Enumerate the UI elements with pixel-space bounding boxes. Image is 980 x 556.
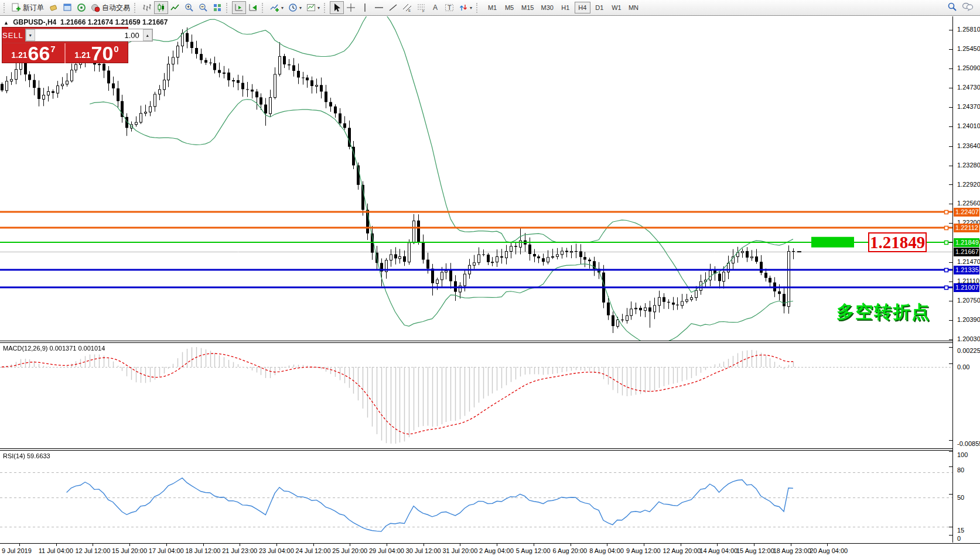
signals-icon [77,3,86,12]
indicator-axis-label: -0.008553 [957,440,980,447]
timeframe-button-m5[interactable]: M5 [501,2,517,13]
chart-title-symbol: GBPUSD-,H4 [13,18,56,26]
chat-icon[interactable] [962,2,974,13]
macd-canvas[interactable] [0,343,952,448]
zoom-in-button[interactable] [182,1,196,14]
indicator-axis-label: 15 [957,527,964,534]
vline-icon [360,3,370,12]
price-axis[interactable]: 1.258101.254501.250901.247301.243701.240… [953,16,980,543]
draw-vline-button[interactable] [358,1,372,14]
time-axis-tick [644,544,644,546]
toolbar-grip[interactable] [226,3,229,13]
chart-bars-button[interactable] [140,1,154,14]
search-icon[interactable] [947,2,957,14]
templates-button[interactable] [304,1,322,14]
rsi-canvas[interactable] [0,451,952,543]
chart-window-button[interactable] [60,1,74,14]
timeframe-button-m30[interactable]: M30 [538,2,556,13]
periods-button[interactable] [286,1,304,14]
cursor-button[interactable] [330,1,344,14]
crosshair-button[interactable] [344,1,358,14]
new-order-button[interactable]: 新订单 [9,1,46,14]
time-axis-label: 24 Jul 12:00 [296,547,331,554]
time-axis-label: 20 Aug 04:00 [810,547,848,554]
draw-trendline-button[interactable] [386,1,400,14]
main-chart-canvas[interactable] [0,16,952,341]
styles-button[interactable] [46,1,60,14]
signals-button[interactable] [74,1,88,14]
pane-separator[interactable] [0,341,980,343]
time-axis-label: 21 Jul 23:00 [222,547,257,554]
price-line-label: 1.21007 [954,283,979,292]
draw-text-button[interactable]: A [428,1,442,14]
price-callout[interactable]: 1.21849 [868,232,927,252]
timeframe-button-h4[interactable]: H4 [575,2,590,13]
draw-label-button[interactable]: T [442,1,456,14]
indicator-axis-label: 0.00 [957,363,969,370]
macd-label: MACD(12,26,9) 0.001371 0.001014 [3,345,105,352]
draw-hline-button[interactable] [372,1,386,14]
draw-channel-button[interactable]: E [400,1,414,14]
tile-windows-button[interactable] [210,1,224,14]
buy-button[interactable]: BUY [155,31,172,40]
arrows-icon [459,3,468,12]
timeframe-button-d1[interactable]: D1 [592,2,607,13]
sell-button[interactable]: SELL [2,31,23,40]
price-tick-label: 1.20750 [957,297,980,304]
price-tick-label: 1.25810 [957,26,980,33]
timeframe-button-m1[interactable]: M1 [484,2,500,13]
trendline-icon [388,3,398,12]
buy-price[interactable]: 1.21 70 0 [66,43,128,63]
draw-fibonacci-button[interactable]: F [414,1,428,14]
annotation-text[interactable]: 多空转折点 [836,300,930,324]
chart-candles-button[interactable] [154,1,168,14]
time-axis[interactable]: 9 Jul 201911 Jul 04:0012 Jul 12:0015 Jul… [0,543,980,556]
price-tick-label: 1.25090 [957,64,980,71]
toolbar-grip[interactable] [324,3,327,13]
volume-up-button[interactable]: ▲ [143,29,152,41]
indicators-button[interactable] [268,1,286,14]
price-callout-text: 1.21849 [870,233,925,252]
sell-price[interactable]: 1.21 66 7 [2,43,66,63]
timeframe-bar: M1M5M15M30H1H4D1W1MN [484,2,641,13]
time-axis-label: 9 Jul 2019 [2,547,32,554]
time-axis-label: 12 Jul 12:00 [75,547,110,554]
volume-down-button[interactable]: ▼ [26,29,35,41]
pane-separator[interactable] [0,448,980,451]
toolbar-grip[interactable] [134,3,137,13]
svg-text:T: T [448,4,452,11]
auto-trading-button[interactable]: 自动交易 [88,1,132,14]
time-axis-tick [19,544,20,546]
price-tick-label: 1.22560 [957,200,980,207]
volume-input[interactable] [35,29,143,41]
toolbar-grip[interactable] [476,3,479,13]
time-axis-label: 15 Jul 20:00 [112,547,147,554]
timeframe-button-h1[interactable]: H1 [558,2,573,13]
time-axis-label: 12 Aug 20:00 [663,547,701,554]
collapse-icon[interactable]: ▲ [4,20,9,26]
zoom-out-button[interactable] [196,1,210,14]
draw-arrows-button[interactable] [456,1,474,14]
time-axis-label: 6 Aug 20:00 [553,547,588,554]
time-axis-label: 23 Jul 04:00 [259,547,294,554]
one-click-trading-panel: SELL ▼ ▲ BUY 1.21 66 7 1.21 70 0 [2,27,128,63]
chart-line-button[interactable] [168,1,182,14]
chart-bars-icon [142,3,152,12]
time-axis-tick [93,544,93,546]
time-axis-label: 14 Aug 04:00 [699,547,737,554]
toolbar-grip[interactable] [4,3,6,13]
chart-shift-button[interactable] [246,1,260,14]
time-axis-tick [534,544,534,546]
time-axis-label: 17 Jul 04:00 [149,547,184,554]
auto-scroll-button[interactable] [232,1,246,14]
toolbar-grip[interactable] [262,3,265,13]
timeframe-button-w1[interactable]: W1 [609,2,624,13]
time-axis-label: 18 Jul 12:00 [186,547,221,554]
price-tick-label: 1.20030 [957,335,980,342]
timeframe-button-m15[interactable]: M15 [518,2,537,13]
timeframe-button-mn[interactable]: MN [626,2,641,13]
chart-window-icon [63,3,72,12]
time-axis-tick [276,544,277,546]
tile-windows-icon [213,3,222,12]
time-axis-tick [827,544,828,546]
